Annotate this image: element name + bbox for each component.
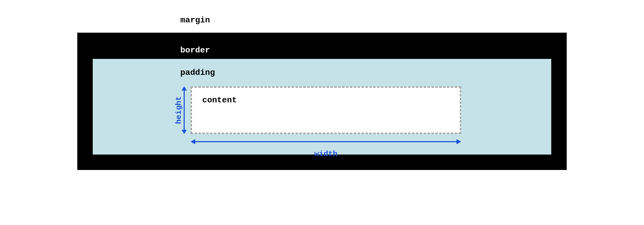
border-region: border padding height content xyxy=(77,33,567,170)
svg-marker-5 xyxy=(456,139,461,144)
padding-label: padding xyxy=(180,68,536,77)
content-wrapper: height content xyxy=(191,86,461,134)
svg-marker-4 xyxy=(191,139,195,144)
svg-marker-1 xyxy=(182,86,187,91)
svg-marker-2 xyxy=(182,130,187,134)
width-arrow-icon xyxy=(191,137,461,147)
padding-region: padding height content xyxy=(93,59,551,155)
content-region: content xyxy=(191,86,461,134)
height-arrow-icon xyxy=(179,86,189,134)
margin-label: margin xyxy=(180,15,567,25)
width-label: width xyxy=(191,150,461,158)
content-label: content xyxy=(202,95,460,105)
box-model-diagram: margin border padding height content xyxy=(77,15,567,170)
border-label: border xyxy=(180,46,551,55)
